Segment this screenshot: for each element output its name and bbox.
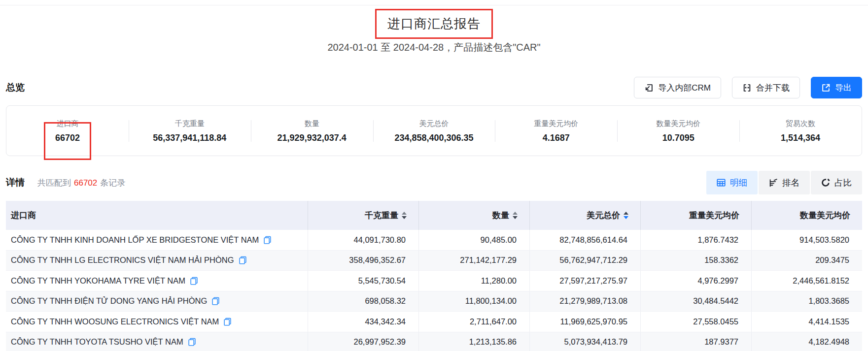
table-row[interactable]: CÔNG TY TNHH KINH DOANH LỐP XE BRIDGESTO… — [6, 230, 862, 251]
annotation-box-title: 进口商汇总报告 — [375, 9, 493, 39]
cell-usd-total: 5,073,934,413.79 — [529, 332, 640, 351]
merge-download-button[interactable]: 合并下载 — [732, 77, 800, 98]
table-icon — [717, 179, 726, 187]
cell-kg-weight: 5,545,730.54 — [308, 271, 418, 291]
report-subtitle: 2024-01-01 至 2024-04-28，产品描述包含"CAR" — [0, 41, 868, 54]
cell-usd-per-qty: 914,503.5820 — [751, 230, 862, 250]
table-row[interactable]: CÔNG TY TNHH YOKOHAMA TYRE VIỆT NAM 5,54… — [6, 271, 862, 291]
cell-usd-per-qty: 2,446,561.8152 — [751, 271, 862, 291]
export-button[interactable]: 导出 — [811, 77, 862, 98]
copy-icon[interactable] — [188, 338, 196, 346]
stat-importers: 进口商 66702 — [6, 118, 129, 143]
cell-usd-per-weight: 27,558.0455 — [640, 312, 751, 332]
col-header-usd-total[interactable]: 美元总价 — [529, 201, 640, 230]
cell-usd-per-qty: 1,803.3685 — [751, 291, 862, 312]
import-icon — [644, 83, 654, 93]
cell-kg-weight: 698,058.32 — [308, 291, 418, 312]
copy-icon[interactable] — [211, 297, 220, 305]
col-header-importer: 进口商 — [6, 201, 308, 230]
cell-usd-per-weight: 1,876.7432 — [640, 230, 751, 250]
cell-quantity: 271,142,177.29 — [418, 251, 529, 271]
overview-actions: 导入内部CRM 合并下载 导出 — [634, 77, 862, 98]
stat-usd-per-qty: 数量美元均价 10.7095 — [617, 118, 739, 143]
tab-proportion[interactable]: 占比 — [811, 171, 862, 194]
copy-icon[interactable] — [263, 236, 272, 244]
importer-table: 进口商 千克重量 数量 美元总价 重量美元均价 数量美元均价 CÔNG TY T… — [6, 201, 862, 351]
stat-kg-weight: 千克重量 56,337,941,118.84 — [129, 118, 251, 143]
col-header-kg-weight[interactable]: 千克重量 — [308, 201, 418, 230]
match-summary: 共匹配到66702条记录 — [37, 177, 125, 189]
pie-chart-icon — [821, 178, 830, 187]
export-icon — [821, 83, 831, 93]
cell-usd-per-weight: 187.9377 — [640, 332, 751, 351]
importer-name: CÔNG TY TNHH WOOSUNG ELECTRONICS VIỆT NA… — [11, 317, 219, 326]
cell-usd-total: 21,279,989,713.08 — [529, 291, 640, 312]
cell-usd-per-qty: 4,414.1535 — [751, 312, 862, 332]
cell-usd-per-qty: 4,182.4948 — [751, 332, 862, 351]
cell-quantity: 90,485.00 — [418, 230, 529, 250]
stat-usd-per-weight: 重量美元均价 4.1687 — [495, 118, 617, 143]
ranking-icon — [769, 179, 778, 187]
detail-heading: 详情 — [6, 176, 25, 189]
table-row[interactable]: CÔNG TY TNHH LG ELECTRONICS VIỆT NAM HẢI… — [6, 251, 862, 271]
overview-stats-card: 进口商 66702 千克重量 56,337,941,118.84 数量 21,9… — [6, 105, 862, 156]
cell-usd-total: 11,969,625,970.95 — [529, 312, 640, 332]
cell-kg-weight: 44,091,730.80 — [308, 230, 418, 250]
cell-usd-per-weight: 30,484.5442 — [640, 291, 751, 312]
cell-usd-per-qty: 209.3475 — [751, 251, 862, 271]
importer-name: CÔNG TY TNHH TOYOTA TSUSHO VIỆT NAM — [11, 337, 183, 347]
cell-quantity: 2,711,647.00 — [418, 312, 529, 332]
col-header-quantity[interactable]: 数量 — [418, 201, 529, 230]
sort-caret[interactable] — [513, 212, 518, 219]
importer-name: CÔNG TY TNHH ĐIỆN TỬ DONG YANG HẢI PHÒNG — [11, 296, 207, 306]
cell-quantity: 11,280.00 — [418, 271, 529, 291]
copy-icon[interactable] — [239, 256, 247, 264]
sort-caret[interactable] — [402, 212, 407, 219]
overview-heading: 总览 — [6, 81, 25, 94]
table-row[interactable]: CÔNG TY TNHH TOYOTA TSUSHO VIỆT NAM 26,9… — [6, 332, 862, 351]
cell-kg-weight: 358,496,352.67 — [308, 251, 418, 271]
table-body: CÔNG TY TNHH KINH DOANH LỐP XE BRIDGESTO… — [6, 230, 862, 351]
sort-caret-active-desc[interactable] — [624, 212, 628, 219]
table-row[interactable]: CÔNG TY TNHH WOOSUNG ELECTRONICS VIỆT NA… — [6, 312, 862, 332]
tab-ranking[interactable]: 排名 — [759, 171, 810, 194]
importer-name: CÔNG TY TNHH LG ELECTRONICS VIỆT NAM HẢI… — [11, 255, 234, 265]
stat-quantity: 数量 21,929,932,037.4 — [251, 118, 373, 143]
cell-usd-per-weight: 4,976.2997 — [640, 271, 751, 291]
table-row[interactable]: CÔNG TY TNHH ĐIỆN TỬ DONG YANG HẢI PHÒNG… — [6, 291, 862, 312]
col-header-usd-per-weight: 重量美元均价 — [640, 201, 751, 230]
cell-kg-weight: 26,997,952.39 — [308, 332, 418, 351]
import-crm-button[interactable]: 导入内部CRM — [634, 77, 721, 98]
tab-detail[interactable]: 明细 — [706, 171, 758, 194]
match-count: 66702 — [71, 178, 100, 188]
cell-usd-per-weight: 158.3362 — [640, 251, 751, 271]
view-switcher: 明细 排名 占比 — [706, 171, 862, 194]
copy-icon[interactable] — [223, 318, 232, 326]
copy-icon[interactable] — [190, 277, 198, 285]
importer-name: CÔNG TY TNHH YOKOHAMA TYRE VIỆT NAM — [11, 276, 185, 286]
top-divider — [0, 0, 868, 5]
stat-usd-total: 美元总价 234,858,400,306.35 — [373, 118, 495, 143]
cell-quantity: 11,800,134.00 — [418, 291, 529, 312]
page-title: 进口商汇总报告 — [387, 16, 481, 31]
cell-usd-total: 56,762,947,712.29 — [529, 251, 640, 271]
cell-usd-total: 27,597,217,275.97 — [529, 271, 640, 291]
merge-download-icon — [742, 83, 752, 93]
table-header-row: 进口商 千克重量 数量 美元总价 重量美元均价 数量美元均价 — [6, 201, 862, 230]
cell-kg-weight: 434,342.34 — [308, 312, 418, 332]
col-header-usd-per-qty: 数量美元均价 — [751, 201, 862, 230]
cell-usd-total: 82,748,856,614.64 — [529, 230, 640, 250]
stat-trade-count: 贸易次数 1,514,364 — [739, 118, 862, 143]
cell-quantity: 1,213,135.86 — [418, 332, 529, 351]
importer-name: CÔNG TY TNHH KINH DOANH LỐP XE BRIDGESTO… — [11, 235, 259, 245]
